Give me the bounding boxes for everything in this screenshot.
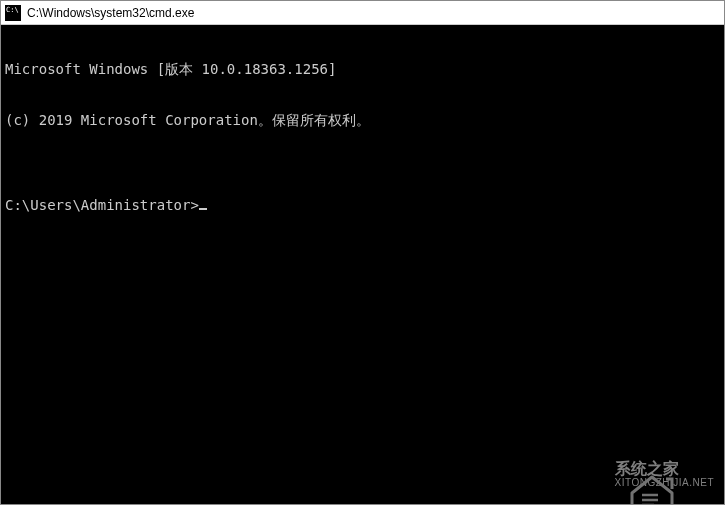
cursor — [199, 208, 207, 210]
watermark: 系统之家 XITONGZHIJIA.NET — [561, 454, 715, 494]
terminal-area[interactable]: Microsoft Windows [版本 10.0.18363.1256] (… — [1, 25, 724, 504]
titlebar[interactable]: C:\Windows\system32\cmd.exe — [1, 1, 724, 25]
cmd-window: C:\Windows\system32\cmd.exe Microsoft Wi… — [0, 0, 725, 505]
version-line: Microsoft Windows [版本 10.0.18363.1256] — [5, 61, 720, 78]
prompt-line: C:\Users\Administrator> — [5, 197, 720, 214]
cmd-icon — [5, 5, 21, 21]
watermark-logo-icon — [561, 454, 609, 494]
copyright-line: (c) 2019 Microsoft Corporation。保留所有权利。 — [5, 112, 720, 129]
prompt-text: C:\Users\Administrator> — [5, 197, 199, 214]
window-title: C:\Windows\system32\cmd.exe — [27, 6, 194, 20]
